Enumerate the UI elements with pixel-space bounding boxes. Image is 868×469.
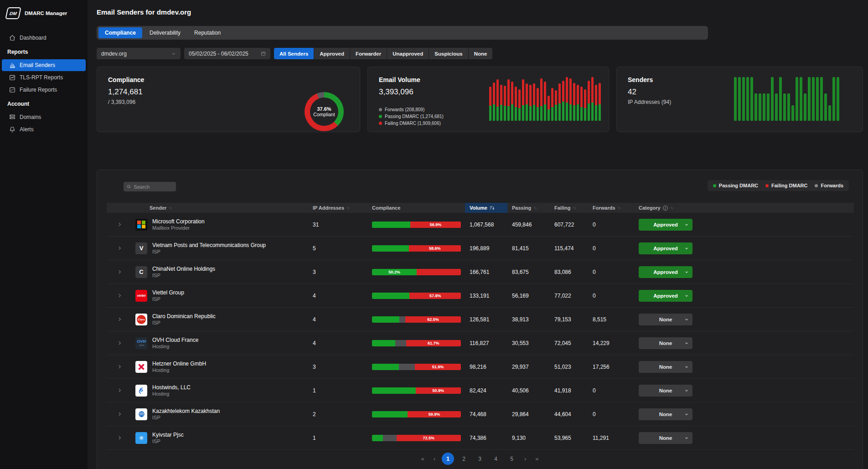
- expand-row-button[interactable]: [107, 269, 132, 274]
- category-select[interactable]: None: [639, 361, 692, 373]
- pagination: «‹12345›»: [97, 453, 863, 465]
- category-select[interactable]: None: [639, 432, 692, 444]
- sender-bar: [812, 77, 815, 121]
- kyivstar-pjsc-logo: ✳: [135, 432, 147, 444]
- category-select[interactable]: Approved: [639, 242, 692, 254]
- column-header-failing[interactable]: Failing↑↓: [550, 203, 588, 213]
- failing-value: 79,153: [550, 316, 588, 323]
- filter-btn-none[interactable]: None: [469, 48, 493, 59]
- home-icon: [9, 35, 16, 41]
- filter-btn-approved[interactable]: Approved: [314, 48, 350, 59]
- column-header-passing[interactable]: Passing↑↓: [507, 203, 550, 213]
- search-input[interactable]: [134, 184, 173, 190]
- pagination-page-3[interactable]: 3: [474, 453, 486, 465]
- expand-row-button[interactable]: [107, 293, 132, 298]
- expand-row-button[interactable]: [107, 435, 132, 440]
- domain-select[interactable]: dmdev.org: [97, 48, 181, 59]
- category-select[interactable]: None: [639, 337, 692, 349]
- failing-segment: [548, 96, 550, 109]
- category-label: Approved: [653, 269, 678, 275]
- sidebar-item-tls-rpt-reports[interactable]: TLS-RPT Reports: [2, 72, 86, 83]
- expand-row-button[interactable]: [107, 388, 132, 393]
- column-header-forwards[interactable]: Forwards↑↓: [588, 203, 635, 213]
- category-select[interactable]: Approved: [639, 266, 692, 278]
- expand-row-button[interactable]: [107, 364, 132, 369]
- expand-row-button[interactable]: [107, 246, 132, 251]
- tab-reputation[interactable]: Reputation: [188, 27, 227, 38]
- chevron-down-icon: [684, 317, 689, 322]
- pagination-page-5[interactable]: 5: [506, 453, 518, 465]
- sidebar-item-domains[interactable]: Domains: [2, 111, 86, 123]
- sender-name: Microsoft Corporation: [152, 218, 205, 225]
- date-range-picker[interactable]: 05/02/2025 - 06/02/2025: [184, 48, 270, 59]
- pagination-prev-button[interactable]: ‹: [431, 455, 438, 462]
- senders-table-card: Passing DMARCFailing DMARCForwards Sende…: [97, 170, 863, 469]
- column-header-ip-addresses[interactable]: IP Addresses↑↓: [313, 203, 372, 213]
- passing-segment: [595, 105, 597, 121]
- volume-bar: [511, 82, 513, 121]
- volume-bar: [544, 82, 546, 121]
- failing-segment: [566, 77, 568, 103]
- compliance-card: Compliance 1,274,681 / 3,393,096 37.6% C…: [97, 67, 360, 132]
- filter-btn-suspicious[interactable]: Suspicious: [429, 48, 468, 59]
- compliance-percentage-label: 59.9%: [429, 412, 440, 417]
- compliance-cell: 51.9%: [372, 364, 465, 370]
- passing-segment: [372, 293, 409, 299]
- sort-desc-icon: [490, 206, 495, 211]
- category-select[interactable]: Approved: [639, 219, 692, 231]
- volume-value: 74,468: [465, 411, 507, 417]
- failing-segment: [489, 87, 491, 106]
- pagination-last-button[interactable]: »: [532, 455, 541, 462]
- column-header-category[interactable]: Categoryi↑↓: [635, 203, 854, 213]
- domain-select-value: dmdev.org: [101, 51, 127, 57]
- sender-name: Viettel Group: [152, 289, 184, 296]
- pagination-page-1[interactable]: 1: [442, 453, 454, 465]
- compliance-donut-chart: 37.6% Compliant: [305, 92, 344, 131]
- filter-btn-unapproved[interactable]: Unapproved: [387, 48, 429, 59]
- pagination-page-2[interactable]: 2: [458, 453, 470, 465]
- expand-row-button[interactable]: [107, 222, 132, 227]
- info-icon[interactable]: i: [663, 206, 668, 211]
- forwards-value: 0: [588, 222, 635, 228]
- category-select[interactable]: None: [639, 385, 692, 397]
- volume-bar: [518, 89, 521, 121]
- sidebar-item-alerts[interactable]: Alerts: [2, 124, 86, 135]
- expand-row-button[interactable]: [107, 340, 132, 345]
- category-cell: None: [635, 432, 854, 444]
- sender-name: Hetzner Online GmbH: [152, 361, 206, 367]
- category-select[interactable]: None: [639, 314, 692, 325]
- table-legend-item: Forwards: [815, 183, 843, 188]
- tab-compliance[interactable]: Compliance: [98, 27, 142, 38]
- sort-arrows-icon: ↑↓: [346, 206, 350, 210]
- donut-percentage: 37.6%: [317, 106, 331, 112]
- expand-row-button[interactable]: [107, 412, 132, 417]
- failing-segment: [529, 85, 532, 106]
- pagination-first-button[interactable]: «: [418, 455, 427, 462]
- failing-value: 77,022: [550, 293, 588, 299]
- tab-deliverability[interactable]: Deliverability: [143, 27, 187, 38]
- failing-value: 51,023: [550, 364, 588, 370]
- column-header-sender[interactable]: Sender↑↓: [132, 203, 313, 213]
- category-select[interactable]: None: [639, 408, 692, 420]
- sidebar-item-email-senders[interactable]: Email Senders: [2, 59, 86, 71]
- volume-bar: [584, 89, 586, 121]
- column-header-volume[interactable]: Volume: [465, 203, 507, 213]
- expand-row-button[interactable]: [107, 317, 132, 322]
- chevron-right-icon: [117, 412, 122, 417]
- pagination-next-button[interactable]: ›: [522, 455, 529, 462]
- compliance-cell: 56.9%: [372, 222, 465, 228]
- filter-btn-all-senders[interactable]: All Senders: [274, 48, 314, 59]
- category-label: Approved: [653, 246, 678, 251]
- compliance-bar: 62.5%: [372, 316, 461, 323]
- compliance-percentage-label: 58.6%: [429, 246, 441, 251]
- filter-btn-forwarder[interactable]: Forwarder: [350, 48, 387, 59]
- pagination-page-4[interactable]: 4: [490, 453, 502, 465]
- volume-legend-item: Forwards (208,809): [379, 107, 444, 112]
- passing-segment: [372, 387, 416, 394]
- sender-bar: [808, 77, 811, 121]
- failing-segment: [417, 269, 461, 275]
- category-select[interactable]: Approved: [639, 290, 692, 302]
- sidebar-item-failure-reports[interactable]: Failure Reports: [2, 84, 86, 96]
- passing-segment: [529, 106, 532, 121]
- sidebar-item-dashboard[interactable]: Dashboard: [2, 32, 86, 44]
